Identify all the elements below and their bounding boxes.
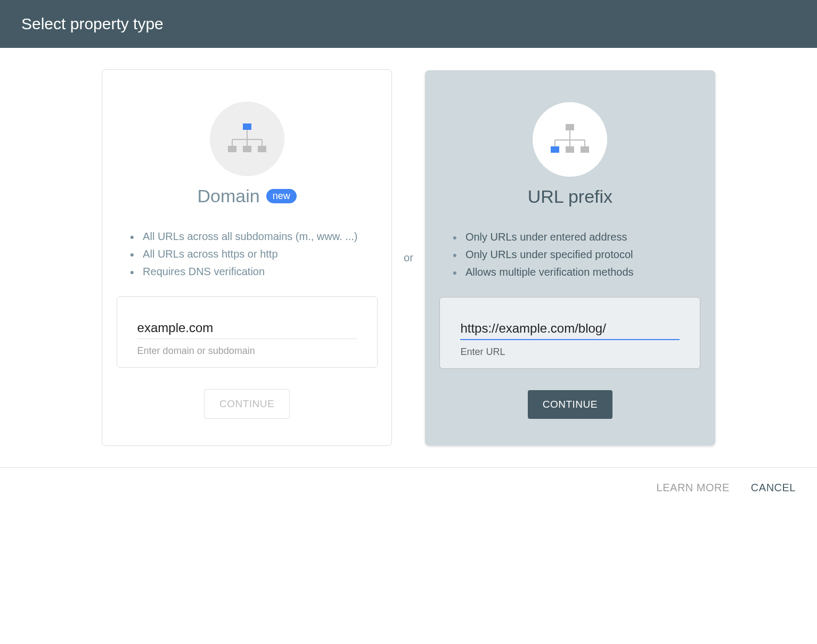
url-prefix-continue-button[interactable]: CONTINUE [528,390,612,419]
learn-more-link[interactable]: LEARN MORE [657,482,730,494]
domain-title-row: Domain new [197,186,296,207]
svg-rect-0 [243,123,251,130]
domain-continue-button[interactable]: CONTINUE [204,389,290,419]
domain-feature-item: Requires DNS verification [127,263,367,280]
domain-input-label: Enter domain or subdomain [137,345,357,357]
svg-rect-15 [551,146,559,153]
svg-rect-17 [581,146,589,153]
url-prefix-input[interactable] [460,318,680,340]
domain-icon-circle [210,102,284,176]
svg-rect-9 [566,124,574,130]
dialog-content: Domain new All URLs across all subdomain… [0,48,817,467]
domain-input[interactable] [137,317,357,339]
domain-feature-item: All URLs across https or http [127,245,367,263]
url-prefix-input-container: Enter URL [439,297,700,369]
url-prefix-card[interactable]: URL prefix Only URLs under entered addre… [425,70,715,445]
cancel-button[interactable]: CANCEL [751,482,796,494]
domain-title: Domain [197,186,259,207]
dialog-title: Select property type [21,15,164,32]
svg-rect-6 [228,146,236,152]
dialog-footer: LEARN MORE CANCEL [0,467,817,508]
url-prefix-input-label: Enter URL [460,346,680,358]
dialog-header: Select property type [0,0,817,48]
url-prefix-icon-circle [533,102,607,177]
domain-card[interactable]: Domain new All URLs across all subdomain… [102,69,392,446]
or-separator: or [403,252,414,264]
domain-input-container: Enter domain or subdomain [117,296,378,368]
url-prefix-feature-item: Only URLs under specified protocol [450,246,691,263]
new-badge: new [266,189,297,203]
sitemap-domain-icon [226,123,268,154]
domain-features-list: All URLs across all subdomains (m., www.… [117,228,377,280]
url-prefix-feature-item: Only URLs under entered address [450,228,691,246]
url-prefix-features-list: Only URLs under entered address Only URL… [440,228,700,281]
svg-rect-7 [243,146,251,152]
sitemap-url-prefix-icon [549,124,591,155]
domain-feature-item: All URLs across all subdomains (m., www.… [127,228,367,245]
svg-rect-8 [258,146,266,152]
url-prefix-feature-item: Allows multiple verification methods [450,263,691,281]
url-prefix-title-row: URL prefix [528,186,612,207]
svg-rect-16 [566,146,574,153]
url-prefix-title: URL prefix [528,186,612,207]
